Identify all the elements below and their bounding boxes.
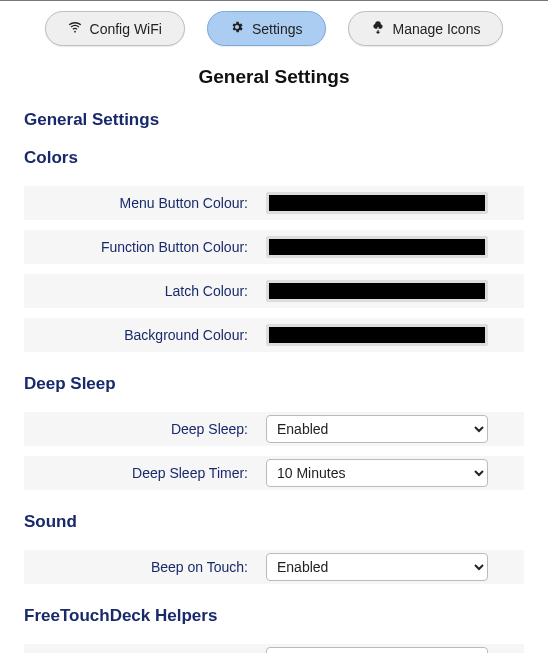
label-menu-button-colour: Menu Button Colour: [24,195,266,211]
wifi-icon [68,20,82,37]
settings-form: General Settings Colors Menu Button Colo… [0,110,548,653]
row-function-button-colour: Function Button Colour: [24,230,524,264]
label-function-button-colour: Function Button Colour: [24,239,266,255]
tab-label: Config WiFi [90,21,162,37]
label-latch-colour: Latch Colour: [24,283,266,299]
select-deep-sleep-timer[interactable]: 10 Minutes [266,459,488,487]
section-deepsleep: Deep Sleep [24,374,524,394]
select-modifier-1[interactable]: None [266,647,488,653]
tab-config-wifi[interactable]: Config WiFi [45,11,185,46]
section-colors: Colors [24,148,524,168]
row-latch-colour: Latch Colour: [24,274,524,308]
row-beep-on-touch: Beep on Touch: Enabled [24,550,524,584]
label-deep-sleep: Deep Sleep: [24,421,266,437]
tab-label: Manage Icons [393,21,481,37]
tab-bar: Config WiFi Settings Manage Icons [0,1,548,60]
gear-icon [230,20,244,37]
row-modifier-1: Modifier 1: None [24,644,524,653]
row-deep-sleep-timer: Deep Sleep Timer: 10 Minutes [24,456,524,490]
color-function-button[interactable] [266,236,488,258]
section-helpers: FreeTouchDeck Helpers [24,606,524,626]
label-background-colour: Background Colour: [24,327,266,343]
tab-settings[interactable]: Settings [207,11,326,46]
row-menu-button-colour: Menu Button Colour: [24,186,524,220]
label-beep-on-touch: Beep on Touch: [24,559,266,575]
section-general: General Settings [24,110,524,130]
color-menu-button[interactable] [266,192,488,214]
section-sound: Sound [24,512,524,532]
select-deep-sleep[interactable]: Enabled [266,415,488,443]
row-background-colour: Background Colour: [24,318,524,352]
select-beep-on-touch[interactable]: Enabled [266,553,488,581]
download-icon [371,20,385,37]
page-title: General Settings [0,66,548,88]
tab-label: Settings [252,21,303,37]
color-latch[interactable] [266,280,488,302]
row-deep-sleep: Deep Sleep: Enabled [24,412,524,446]
tab-manage-icons[interactable]: Manage Icons [348,11,504,46]
color-background[interactable] [266,324,488,346]
label-deep-sleep-timer: Deep Sleep Timer: [24,465,266,481]
